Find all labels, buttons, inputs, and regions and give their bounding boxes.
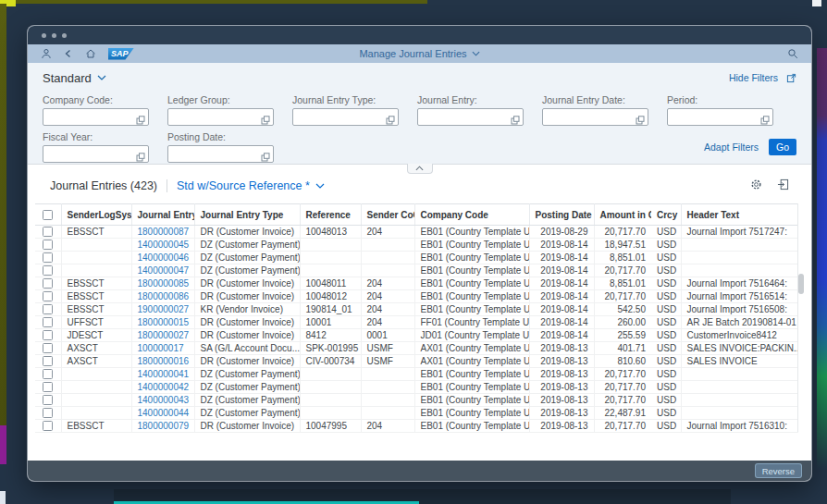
table-row[interactable]: 1400000042DZ (Customer Payment)EB01 (Cou… [35, 381, 798, 394]
column-header-company-code[interactable]: Company Code [414, 204, 529, 226]
table-row[interactable]: JDESCT1800000027DR (Customer Invoice)841… [35, 329, 798, 342]
window-control-dot[interactable] [52, 33, 56, 38]
journal-entry-type-input[interactable] [293, 109, 389, 125]
journal-entry-link[interactable]: 1800000079 [138, 421, 190, 431]
journal-entry-link[interactable]: 1800000016 [138, 356, 190, 366]
journal-entry-link[interactable]: 1400000042 [138, 382, 190, 392]
row-checkbox[interactable] [35, 252, 61, 264]
open-in-new-icon[interactable] [786, 73, 796, 83]
cell-sender-cocode [361, 368, 414, 381]
hide-filters-link[interactable]: Hide Filters [729, 72, 778, 83]
table-row[interactable]: 1400000046DZ (Customer Payment)EB01 (Cou… [35, 252, 798, 264]
row-checkbox[interactable] [35, 420, 61, 433]
period-input[interactable] [668, 109, 763, 125]
value-help-icon[interactable] [760, 112, 770, 129]
journal-entry-link[interactable]: 1800000085 [138, 278, 190, 289]
row-checkbox[interactable] [35, 226, 61, 239]
company-code-input[interactable] [43, 109, 139, 125]
column-header-journal-entry-type[interactable]: Journal Entry Type [194, 204, 300, 226]
row-checkbox[interactable] [35, 407, 61, 420]
row-checkbox[interactable] [35, 277, 61, 290]
column-header-header-text[interactable]: Header Text [681, 204, 798, 226]
journal-entry-link[interactable]: 1800000027 [138, 330, 190, 340]
table-row[interactable]: AXSCT1800000016DR (Customer Invoice)CIV-… [35, 355, 798, 368]
table-row[interactable]: EBSSCT1800000087DR (Customer Invoice)100… [35, 226, 798, 239]
row-checkbox[interactable] [35, 381, 61, 394]
table-row[interactable]: UFFSCT1800000015DR (Customer Invoice)100… [35, 316, 798, 329]
table-variant-selector[interactable]: Std w/Source Reference * [177, 179, 325, 192]
value-help-icon[interactable] [386, 112, 395, 129]
column-header-reference[interactable]: Reference [300, 204, 361, 226]
cell-journal-entry-type: DR (Customer Invoice) [194, 420, 300, 433]
journal-entry-input[interactable] [418, 109, 513, 125]
journal-entry-link[interactable]: 1400000044 [138, 408, 190, 418]
ledger-group-input[interactable] [168, 109, 264, 125]
value-help-icon[interactable] [511, 112, 520, 129]
row-checkbox[interactable] [35, 303, 61, 316]
journal-entry-link[interactable]: 1900000027 [138, 304, 190, 314]
settings-gear-icon[interactable] [750, 178, 762, 194]
value-help-icon[interactable] [136, 112, 145, 129]
row-checkbox[interactable] [35, 368, 61, 381]
column-header-journal-entry[interactable]: Journal Entry [131, 204, 194, 226]
cell-company-code: EB01 (Country Template US) [414, 303, 529, 316]
table-row[interactable]: 1400000043DZ (Customer Payment)EB01 (Cou… [35, 394, 798, 407]
posting-date-input[interactable] [168, 146, 264, 162]
value-help-icon[interactable] [636, 112, 645, 129]
journal-entry-link[interactable]: 1400000047 [138, 265, 190, 276]
table-section: Journal Entries (423) Std w/Source Refer… [28, 165, 811, 461]
table-row[interactable]: 1400000044DZ (Customer Payment)EB01 (Cou… [35, 407, 798, 420]
table-row[interactable]: EBSSCT1900000027KR (Vendor Invoice)19081… [35, 303, 798, 316]
row-checkbox[interactable] [35, 264, 61, 277]
table-row[interactable]: 1400000041DZ (Customer Payment)EB01 (Cou… [35, 368, 798, 381]
row-checkbox[interactable] [35, 394, 61, 407]
chevron-down-icon[interactable] [97, 75, 106, 80]
cell-sender-cocode: 204 [361, 277, 414, 290]
row-checkbox[interactable] [35, 290, 61, 303]
column-header-senderlogsystem[interactable]: SenderLogSystem [61, 204, 131, 226]
value-help-icon[interactable] [261, 112, 270, 129]
scrollbar-thumb[interactable] [798, 274, 804, 294]
table-row[interactable]: 1400000047DZ (Customer Payment)EB01 (Cou… [35, 264, 798, 277]
journal-entry-link[interactable]: 1800000087 [138, 227, 190, 237]
app-title-menu[interactable]: Manage Journal Entries [28, 48, 811, 59]
value-help-icon[interactable] [136, 149, 145, 166]
row-checkbox[interactable] [35, 316, 61, 329]
row-checkbox[interactable] [35, 239, 61, 252]
row-checkbox[interactable] [35, 355, 61, 368]
select-all-checkbox[interactable] [43, 210, 53, 220]
table-row[interactable]: EBSSCT1800000086DR (Customer Invoice)100… [35, 290, 798, 303]
journal-entry-link[interactable]: 1800000015 [138, 317, 190, 327]
window-control-dot[interactable] [42, 33, 46, 38]
cell-senderlogsystem: EBSSCT [61, 226, 131, 239]
row-checkbox[interactable] [35, 329, 61, 342]
column-header-sender-cocode[interactable]: Sender CoCode [361, 204, 414, 226]
adapt-filters-link[interactable]: Adapt Filters [704, 141, 759, 153]
journal-entry-link[interactable]: 1400000041 [138, 369, 190, 379]
collapse-filter-bar-button[interactable] [407, 164, 433, 174]
table-row[interactable]: EBSSCT1800000079DR (Customer Invoice)100… [35, 420, 798, 433]
cell-sender-cocode: 0001 [361, 329, 414, 342]
journal-entry-link[interactable]: 100000017 [138, 343, 184, 353]
journal-entry-link[interactable]: 1400000046 [138, 252, 190, 263]
column-header-amount[interactable]: Amount in CC [594, 204, 651, 226]
table-row[interactable]: 1400000045DZ (Customer Payment)EB01 (Cou… [35, 239, 798, 252]
journal-entry-link[interactable]: 1400000043 [138, 395, 190, 405]
cell-amount: 22,487.91 [594, 407, 651, 420]
row-checkbox[interactable] [35, 342, 61, 355]
value-help-icon[interactable] [261, 149, 270, 166]
column-header-crcy[interactable]: Crcy [651, 204, 681, 226]
table-row[interactable]: EBSSCT1800000085DR (Customer Invoice)100… [35, 277, 798, 290]
window-control-dot[interactable] [62, 33, 67, 38]
fiscal-year-input[interactable] [43, 146, 139, 162]
table-row[interactable]: AXSCT100000017SA (G/L Account Docu...SPK… [35, 342, 798, 355]
go-button[interactable]: Go [769, 139, 796, 155]
reverse-button[interactable]: Reverse [755, 463, 802, 478]
export-icon[interactable] [777, 178, 789, 194]
column-header-posting-date[interactable]: Posting Date▾ [529, 204, 594, 226]
journal-entry-link[interactable]: 1800000086 [138, 291, 190, 301]
journal-entry-link[interactable]: 1400000045 [138, 240, 190, 250]
journal-entry-date-input[interactable] [543, 109, 638, 125]
table-scrollbar[interactable] [797, 203, 804, 432]
variant-title[interactable]: Standard [43, 71, 92, 85]
